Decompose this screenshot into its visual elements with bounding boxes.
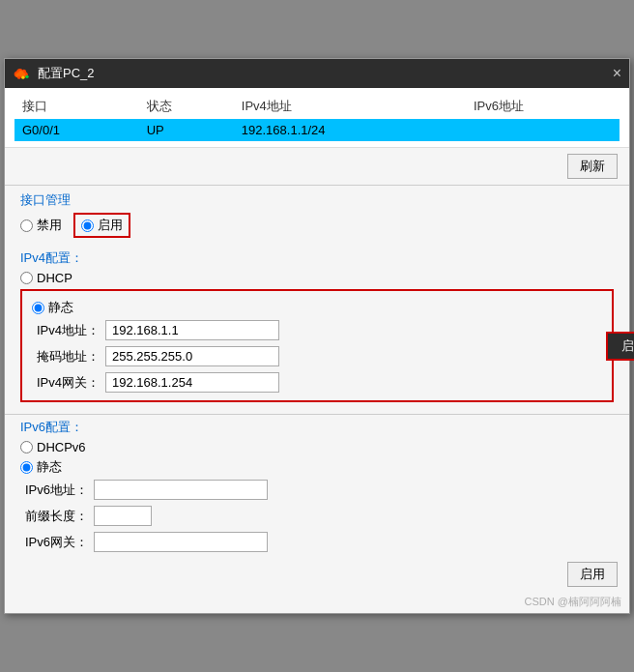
col-ipv4: IPv4地址 [234, 94, 466, 119]
col-ipv6: IPv6地址 [466, 94, 620, 119]
enable-label: 启用 [98, 217, 123, 234]
ipv6-static-radio-group: 静态 [20, 458, 614, 476]
refresh-row: 刷新 [5, 148, 629, 185]
static-radio[interactable] [32, 302, 44, 314]
ipv6-static-radio[interactable] [20, 461, 33, 474]
static-label: 静态 [48, 299, 73, 316]
dhcp-radio-item[interactable]: DHCP [20, 271, 72, 285]
gateway-row: IPv4网关： [32, 372, 602, 393]
ipv4-config-box: 静态 IPv4地址： 掩码地址： IPv4网关： [20, 289, 614, 402]
ipv6-gateway-label: IPv6网关： [20, 534, 88, 551]
mask-label: 掩码地址： [32, 348, 100, 365]
prefix-input[interactable] [94, 506, 152, 526]
ipv4-addr-label: IPv4地址： [32, 322, 100, 339]
svg-point-0 [17, 76, 20, 79]
ipv6-apply-row: 启用 [5, 558, 629, 593]
dhcp-label: DHCP [37, 271, 72, 285]
interface-mgmt-label: 接口管理 [20, 191, 614, 209]
prefix-row: 前缀长度： [20, 506, 614, 526]
window-title: 配置PC_2 [38, 65, 95, 82]
ipv4-section: IPv4配置： DHCP 静态 IPv4地址： [5, 248, 629, 414]
ipv4-radio-group: DHCP [20, 271, 614, 285]
ipv4-apply-button[interactable]: 启用 [606, 332, 634, 361]
col-interface: 接口 [14, 94, 139, 119]
ipv6-addr-row: IPv6地址： [20, 480, 614, 500]
title-bar-left: 配置PC_2 [13, 65, 95, 82]
dhcpv6-radio-group: DHCPv6 [20, 440, 614, 454]
dhcpv6-radio[interactable] [20, 441, 33, 453]
interface-table-section: 接口 状态 IPv4地址 IPv6地址 G0/0/1 UP 192.168.1.… [5, 88, 629, 148]
cloud-icon [13, 66, 32, 81]
ipv6-gateway-input[interactable] [94, 532, 268, 552]
gateway-input[interactable] [105, 372, 279, 393]
disable-radio[interactable] [20, 219, 33, 232]
ipv6-static-radio-item[interactable]: 静态 [20, 458, 62, 476]
watermark: CSDN @楠阿阿阿楠 [5, 593, 629, 613]
ipv6-gateway-row: IPv6网关： [20, 532, 614, 552]
title-bar: 配置PC_2 × [5, 59, 629, 88]
interface-table: 接口 状态 IPv4地址 IPv6地址 G0/0/1 UP 192.168.1.… [14, 94, 620, 141]
ipv4-addr-row: IPv4地址： [32, 320, 602, 340]
static-radio-item[interactable]: 静态 [32, 299, 73, 316]
static-radio-group: 静态 [32, 299, 602, 316]
close-button[interactable]: × [613, 66, 621, 81]
ipv6-static-label: 静态 [37, 458, 62, 476]
disable-radio-item[interactable]: 禁用 [20, 217, 62, 234]
ipv6-addr-label: IPv6地址： [20, 482, 88, 499]
dhcp-radio[interactable] [20, 272, 33, 284]
svg-point-1 [21, 76, 24, 79]
cell-status: UP [139, 119, 234, 141]
ipv6-section: IPv6配置： DHCPv6 静态 IPv6地址： 前缀长度： IPv6网关： [5, 415, 629, 558]
mask-row: 掩码地址： [32, 346, 602, 366]
dhcpv6-label: DHCPv6 [37, 440, 86, 454]
cell-ipv4: 192.168.1.1/24 [234, 119, 466, 141]
cell-interface: G0/0/1 [14, 119, 139, 141]
prefix-label: 前缀长度： [20, 508, 88, 525]
ipv4-apply-container: 启用 [606, 332, 634, 361]
ipv4-config-label: IPv4配置： [20, 249, 614, 267]
dhcpv6-radio-item[interactable]: DHCPv6 [20, 440, 86, 454]
ipv6-addr-input[interactable] [94, 480, 268, 500]
ipv6-apply-button[interactable]: 启用 [567, 562, 618, 587]
table-row[interactable]: G0/0/1 UP 192.168.1.1/24 [14, 119, 620, 141]
svg-point-2 [25, 75, 28, 78]
enable-box[interactable]: 启用 [73, 213, 130, 238]
ipv6-config-label: IPv6配置： [20, 419, 614, 436]
disable-label: 禁用 [37, 217, 62, 234]
interface-mgmt-section: 接口管理 禁用 启用 [5, 186, 629, 248]
refresh-button[interactable]: 刷新 [567, 154, 618, 179]
ipv4-addr-input[interactable] [105, 320, 279, 340]
enable-radio[interactable] [81, 219, 94, 232]
main-window: 配置PC_2 × 接口 状态 IPv4地址 IPv6地址 G0/0/1 UP 1… [4, 58, 630, 614]
cell-ipv6 [466, 119, 620, 141]
interface-mgmt-radio-group: 禁用 启用 [20, 213, 614, 238]
gateway-label: IPv4网关： [32, 374, 100, 392]
col-status: 状态 [139, 94, 234, 119]
mask-input[interactable] [105, 346, 279, 366]
